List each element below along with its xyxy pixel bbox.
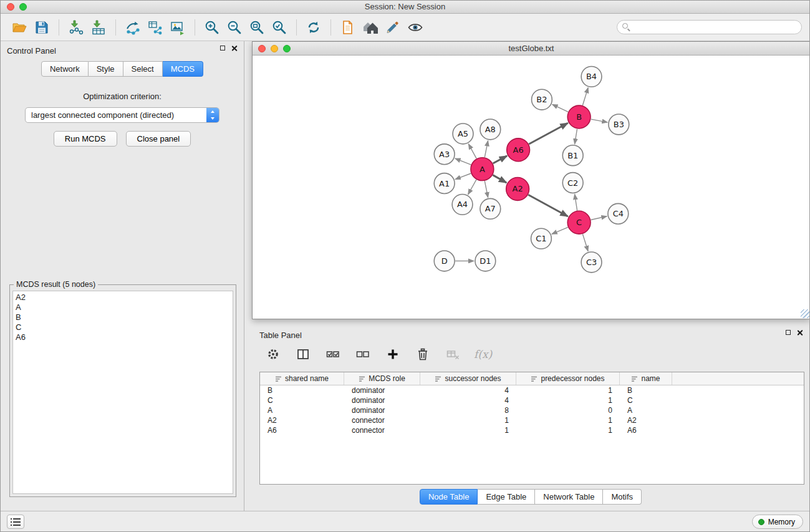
float-table-panel-button[interactable]: [786, 330, 791, 335]
network-node-A3[interactable]: A3: [434, 144, 455, 165]
column-header-predecessor-nodes[interactable]: predecessor nodes: [516, 372, 620, 385]
style-tool-button[interactable]: [382, 17, 404, 38]
table-row[interactable]: Cdominator41C: [260, 395, 804, 405]
network-node-A1[interactable]: A1: [434, 173, 455, 194]
network-edge-A2-C[interactable]: [528, 195, 568, 216]
network-node-C[interactable]: C: [567, 211, 591, 234]
table-row[interactable]: A6connector11A6: [260, 425, 804, 435]
network-edge-A-A5[interactable]: [468, 144, 476, 158]
tab-network-table[interactable]: Network Table: [535, 489, 603, 505]
network-zoom-button[interactable]: [283, 45, 291, 52]
criterion-select[interactable]: largest connected component (directed): [25, 107, 219, 123]
network-edge-A-A6[interactable]: [493, 156, 507, 163]
tab-motifs[interactable]: Motifs: [603, 489, 642, 505]
close-panel-button[interactable]: [231, 45, 238, 51]
network-edge-B-B3[interactable]: [591, 119, 607, 122]
toggle-graphics-details-button[interactable]: [404, 17, 427, 38]
window-resize-grip[interactable]: [801, 309, 809, 318]
network-node-A2[interactable]: A2: [506, 178, 529, 201]
close-table-panel-button[interactable]: [797, 329, 803, 336]
column-header-successor-nodes[interactable]: successor nodes: [420, 372, 516, 385]
refresh-view-button[interactable]: [302, 17, 325, 38]
network-node-C4[interactable]: C4: [608, 203, 629, 224]
delete-table-button[interactable]: [444, 346, 461, 363]
column-header-shared-name[interactable]: shared name: [260, 372, 344, 385]
task-history-button[interactable]: [7, 515, 24, 529]
network-edge-A-A8[interactable]: [485, 140, 488, 157]
network-node-C3[interactable]: C3: [581, 252, 602, 273]
network-node-B2[interactable]: B2: [531, 89, 552, 110]
network-edge-B-B1[interactable]: [575, 129, 577, 144]
tab-select[interactable]: Select: [123, 61, 163, 77]
add-row-button[interactable]: [384, 346, 402, 363]
network-edge-C-C3[interactable]: [582, 234, 588, 251]
network-node-B[interactable]: B: [567, 105, 591, 128]
network-node-A7[interactable]: A7: [480, 198, 501, 219]
search-input[interactable]: [617, 20, 802, 34]
zoom-fit-button[interactable]: [246, 17, 268, 38]
tab-network[interactable]: Network: [41, 61, 89, 77]
table-settings-button[interactable]: [264, 346, 282, 363]
network-edge-A-A2[interactable]: [493, 175, 506, 183]
network-edge-B-B2[interactable]: [552, 104, 568, 112]
network-edge-C-C4[interactable]: [591, 216, 607, 220]
network-node-B4[interactable]: B4: [581, 66, 602, 87]
column-header-name[interactable]: name: [620, 372, 672, 385]
mcds-result-item[interactable]: A2: [16, 293, 233, 302]
network-edge-C-C1[interactable]: [552, 227, 568, 234]
export-image-button[interactable]: [166, 17, 189, 38]
column-header-MCDS-role[interactable]: MCDS role: [344, 372, 420, 385]
memory-button[interactable]: Memory: [752, 515, 803, 529]
export-network-button[interactable]: [122, 17, 144, 38]
float-panel-button[interactable]: [220, 46, 225, 51]
table-row[interactable]: Bdominator41B: [260, 385, 804, 395]
save-session-button[interactable]: [31, 17, 53, 38]
mcds-result-item[interactable]: A6: [16, 332, 233, 342]
network-edge-A-A7[interactable]: [485, 181, 488, 198]
network-edge-A-A1[interactable]: [455, 173, 471, 180]
mcds-result-item[interactable]: C: [16, 322, 233, 332]
mcds-result-item[interactable]: A: [16, 302, 233, 312]
network-canvas[interactable]: B4B2BB3A8A5A6A3B1AC2A1A2A4A7C4CC1C3DD1: [253, 56, 809, 318]
zoom-selected-button[interactable]: [268, 17, 291, 38]
close-panel-action-button[interactable]: Close panel: [126, 131, 191, 147]
network-node-C2[interactable]: C2: [562, 173, 583, 193]
network-node-A[interactable]: A: [471, 158, 494, 181]
help-home-button[interactable]: [359, 17, 382, 38]
zoom-in-button[interactable]: [201, 17, 223, 38]
network-node-A4[interactable]: A4: [452, 194, 473, 215]
table-row[interactable]: A2connector11A2: [260, 415, 804, 425]
tab-style[interactable]: Style: [89, 61, 123, 77]
import-table-button[interactable]: [87, 17, 110, 38]
table-row[interactable]: Adominator80A: [260, 405, 804, 415]
zoom-out-button[interactable]: [223, 17, 246, 38]
network-node-A6[interactable]: A6: [507, 138, 530, 162]
mcds-result-item[interactable]: B: [16, 312, 233, 322]
network-node-B1[interactable]: B1: [562, 145, 583, 166]
delete-rows-button[interactable]: [414, 346, 432, 363]
mcds-result-list[interactable]: A2ABCA6: [12, 291, 233, 494]
network-node-D1[interactable]: D1: [475, 251, 496, 271]
run-mcds-button[interactable]: Run MCDS: [54, 131, 117, 147]
network-edge-A-A4[interactable]: [468, 180, 476, 195]
deselect-all-rows-button[interactable]: [354, 346, 372, 363]
network-minimize-button[interactable]: [271, 45, 278, 52]
tab-edge-table[interactable]: Edge Table: [478, 489, 535, 505]
select-all-rows-button[interactable]: [324, 346, 342, 363]
network-node-D[interactable]: D: [434, 251, 455, 271]
network-close-button[interactable]: [258, 45, 266, 52]
zoom-window-button[interactable]: [19, 3, 27, 11]
tab-mcds[interactable]: MCDS: [163, 61, 203, 77]
open-session-button[interactable]: [8, 17, 31, 38]
import-network-button[interactable]: [65, 17, 87, 38]
network-node-A8[interactable]: A8: [480, 119, 501, 140]
network-edge-C-C2[interactable]: [575, 194, 577, 210]
network-edge-A6-B[interactable]: [529, 123, 568, 144]
network-node-B3[interactable]: B3: [609, 114, 629, 135]
network-node-A5[interactable]: A5: [453, 123, 473, 144]
close-window-button[interactable]: [7, 3, 14, 11]
apply-function-button[interactable]: f(x): [474, 346, 492, 363]
show-columns-button[interactable]: [294, 346, 312, 363]
network-edge-B-B4[interactable]: [582, 87, 588, 105]
network-node-C1[interactable]: C1: [531, 228, 552, 249]
